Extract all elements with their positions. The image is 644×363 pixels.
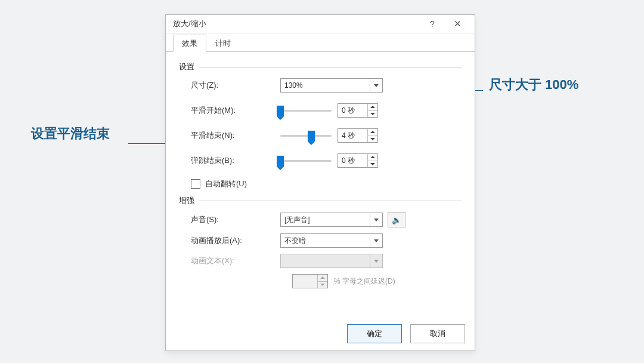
- size-combo[interactable]: 130%: [280, 78, 383, 93]
- smooth-start-label: 平滑开始(M):: [179, 105, 280, 116]
- smooth-end-slider[interactable]: [280, 135, 332, 137]
- anim-text-label: 动画文本(X):: [179, 256, 280, 266]
- smooth-end-spinner[interactable]: 4 秒: [338, 128, 378, 143]
- divider: [199, 67, 462, 67]
- dialog-title: 放大/缩小: [173, 19, 420, 29]
- chevron-down-icon: [370, 254, 382, 267]
- annotation-size: 尺寸大于 100%: [489, 76, 578, 94]
- help-button[interactable]: ?: [420, 16, 445, 32]
- annotation-smooth-end: 设置平滑结束: [31, 125, 110, 143]
- letter-delay-label: % 字母之间延迟(D): [334, 276, 395, 287]
- spin-down-icon[interactable]: [368, 136, 377, 143]
- bounce-end-value: 0 秒: [338, 154, 367, 167]
- grow-shrink-dialog: 放大/缩小 ? ✕ 效果 计时 设置 尺寸(Z): 130% 平滑开始(M):: [165, 14, 475, 351]
- spin-up-icon: [318, 275, 327, 282]
- close-button[interactable]: ✕: [445, 16, 470, 32]
- spin-up-icon[interactable]: [368, 129, 377, 136]
- bounce-end-label: 弹跳结束(B):: [179, 155, 280, 166]
- group-settings-header: 设置: [179, 61, 462, 72]
- smooth-start-value: 0 秒: [338, 104, 367, 117]
- spin-up-icon[interactable]: [368, 104, 377, 111]
- tab-effect[interactable]: 效果: [173, 35, 206, 52]
- chevron-down-icon[interactable]: [370, 234, 382, 247]
- sound-combo[interactable]: [无声音]: [280, 213, 383, 227]
- size-value: 130%: [281, 81, 370, 90]
- spin-down-icon[interactable]: [368, 161, 377, 168]
- spin-down-icon[interactable]: [368, 111, 377, 118]
- chevron-down-icon[interactable]: [370, 79, 382, 92]
- bounce-end-spinner[interactable]: 0 秒: [338, 153, 378, 168]
- group-enhance-header: 增强: [179, 195, 462, 206]
- smooth-start-thumb[interactable]: [277, 106, 284, 116]
- smooth-start-slider[interactable]: [280, 110, 332, 112]
- auto-reverse-checkbox[interactable]: [191, 179, 200, 189]
- after-anim-label: 动画播放后(A):: [179, 235, 280, 246]
- bounce-end-thumb[interactable]: [277, 156, 284, 167]
- bounce-end-slider[interactable]: [280, 160, 332, 162]
- chevron-down-icon[interactable]: [370, 213, 382, 226]
- cancel-button[interactable]: 取消: [410, 324, 465, 343]
- tab-timing[interactable]: 计时: [206, 35, 240, 52]
- smooth-end-value: 4 秒: [338, 129, 367, 142]
- spin-up-icon[interactable]: [368, 154, 377, 161]
- size-label: 尺寸(Z):: [179, 80, 280, 91]
- letter-delay-value: [293, 275, 317, 288]
- divider: [199, 201, 462, 201]
- anim-text-combo: [280, 254, 383, 268]
- group-settings-label: 设置: [179, 61, 194, 72]
- letter-delay-spinner: [292, 274, 328, 288]
- sound-value: [无声音]: [281, 215, 370, 225]
- smooth-start-spinner[interactable]: 0 秒: [338, 103, 378, 118]
- tab-strip: 效果 计时: [166, 33, 475, 52]
- smooth-end-label: 平滑结束(N):: [179, 130, 280, 141]
- after-anim-combo[interactable]: 不变暗: [280, 233, 383, 248]
- dialog-titlebar: 放大/缩小 ? ✕: [166, 15, 475, 33]
- smooth-end-thumb[interactable]: [308, 131, 315, 141]
- speaker-icon[interactable]: 🔈: [388, 212, 405, 227]
- after-anim-value: 不变暗: [281, 236, 370, 246]
- ok-button[interactable]: 确定: [347, 324, 402, 343]
- spin-down-icon: [318, 282, 327, 288]
- group-enhance-label: 增强: [179, 195, 194, 206]
- sound-label: 声音(S):: [179, 214, 280, 225]
- auto-reverse-label: 自动翻转(U): [205, 179, 247, 189]
